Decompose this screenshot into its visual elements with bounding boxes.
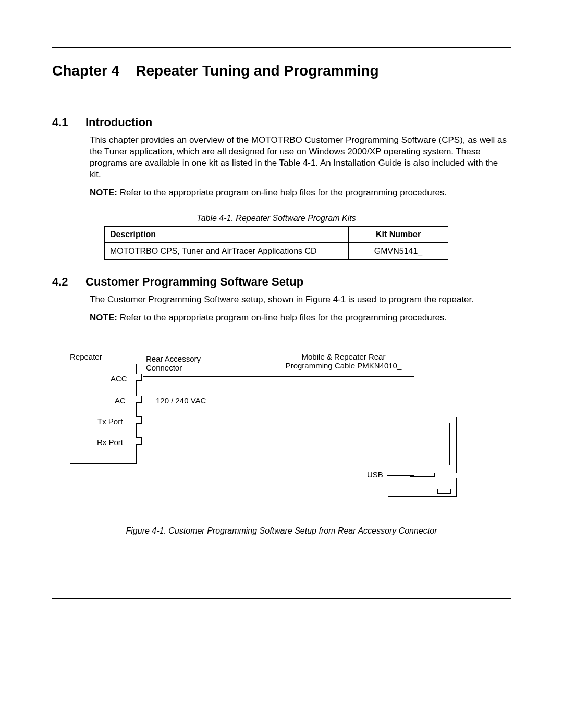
section-number: 4.1 [52,116,85,129]
monitor-stand [410,473,435,477]
note-text: Refer to the appropriate program on-line… [120,188,447,198]
section-number: 4.2 [52,275,85,289]
label-acc: ACC [111,374,127,383]
top-rule [52,47,511,48]
monitor-outer [388,417,457,473]
section-4-2-paragraph: The Customer Programming Software setup,… [90,294,511,305]
section-title: Customer Programming Software Setup [85,275,303,288]
table-cell-kit-number: GMVN5141_ [349,243,448,260]
table-4-1: Table 4-1. Repeater Software Program Kit… [104,214,448,260]
port-tx-notch [136,416,142,424]
table-cell-description: MOTOTRBO CPS, Tuner and AirTracer Applic… [105,243,349,260]
cable-line2: Programming Cable PMKN4010_ [286,361,402,370]
section-4-1-heading: 4.1Introduction [52,116,511,129]
section-title: Introduction [85,116,152,129]
note-text: Refer to the appropriate program on-line… [120,313,447,323]
cable-line1: Mobile & Repeater Rear [302,352,386,361]
label-programming-cable: Mobile & Repeater Rear Programming Cable… [271,352,417,370]
chapter-title: Chapter 4 Repeater Tuning and Programmin… [52,63,511,79]
section-4-2-note: NOTE: Refer to the appropriate program o… [90,313,511,323]
table-caption: Table 4-1. Repeater Software Program Kit… [104,214,448,223]
computer-icon [388,417,457,497]
kits-table: Description Kit Number MOTOTRBO CPS, Tun… [104,226,448,260]
table-row: Description Kit Number [105,227,448,243]
figure-caption: Figure 4-1. Customer Programming Softwar… [52,526,511,536]
cpu-slot [420,483,438,483]
label-txport: Tx Port [97,417,123,426]
section-4-2-heading: 4.2Customer Programming Software Setup [52,275,511,289]
label-rxport: Rx Port [97,438,123,447]
label-voltage: 120 / 240 VAC [156,396,206,405]
table-row: MOTOTRBO CPS, Tuner and AirTracer Applic… [105,243,448,260]
port-ac-notch [136,396,142,403]
monitor-inner [395,423,450,465]
section-4-1-note: NOTE: Refer to the appropriate program o… [90,188,511,198]
label-repeater: Repeater [70,352,102,361]
cpu-slot [420,486,438,486]
cpu-box [388,478,457,497]
wire-ac [143,399,153,399]
label-ac: AC [115,396,126,405]
bottom-rule [52,598,511,599]
wire-acc-to-cable [143,376,414,377]
table-header-description: Description [105,227,349,243]
note-label: NOTE: [90,188,117,198]
label-rear-accessory-connector: Rear Accessory Connector [146,354,229,372]
chapter-label: Chapter 4 [52,63,119,79]
label-usb: USB [367,470,383,479]
port-rx-notch [136,437,142,445]
figure-4-1-diagram: Repeater ACC AC Tx Port Rx Port Rear Acc… [65,354,511,511]
section-4-1-paragraph: This chapter provides an overview of the… [90,134,511,180]
table-header-kit-number: Kit Number [349,227,448,243]
cpu-button [437,489,451,494]
port-acc-notch [136,374,142,381]
chapter-text: Repeater Tuning and Programming [136,63,378,79]
note-label: NOTE: [90,313,117,323]
